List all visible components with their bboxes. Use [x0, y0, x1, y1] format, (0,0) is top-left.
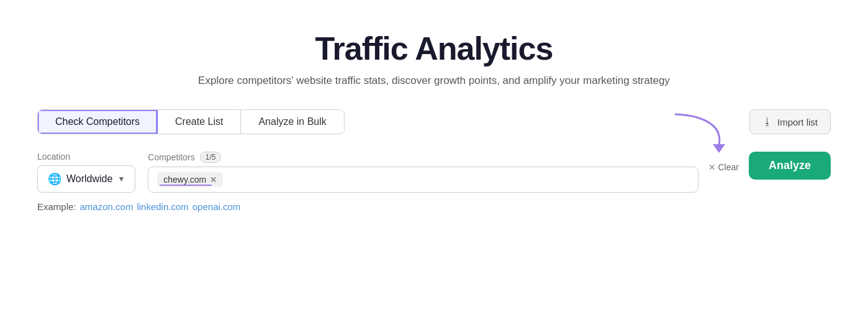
location-dropdown[interactable]: 🌐 Worldwide ▼ [37, 165, 135, 193]
location-label: Location [37, 152, 148, 162]
main-content: Check Competitors Create List Analyze in… [37, 109, 831, 212]
curved-arrow-decoration [669, 108, 731, 164]
svg-marker-0 [713, 144, 725, 153]
examples-row: Example: amazon.com linkedin.com openai.… [37, 201, 831, 212]
import-list-label: Import list [777, 117, 818, 127]
location-value: Worldwide [66, 173, 112, 185]
competitor-tag-value: chewy.com [163, 175, 206, 185]
competitors-field-group: Competitors 1/5 chewy.com ✕ [148, 152, 698, 193]
import-icon: ⭳ [762, 116, 772, 127]
competitors-label: Competitors [148, 152, 194, 162]
competitors-input[interactable] [228, 175, 689, 185]
competitors-badge: 1/5 [200, 152, 222, 163]
chevron-down-icon: ▼ [117, 175, 125, 183]
tab-create-list[interactable]: Create List [158, 110, 241, 134]
competitor-tag: chewy.com ✕ [157, 172, 223, 187]
example-link-openai[interactable]: openai.com [192, 201, 241, 212]
examples-prefix: Example: [37, 201, 76, 212]
tabs-group: Check Competitors Create List Analyze in… [37, 109, 345, 134]
fields-section: Location 🌐 Worldwide ▼ Competitors 1/5 c… [37, 152, 831, 212]
competitors-input-wrapper[interactable]: chewy.com ✕ [148, 167, 698, 193]
page-subtitle: Explore competitors' website traffic sta… [37, 75, 831, 87]
tab-check-competitors[interactable]: Check Competitors [38, 110, 158, 134]
location-field-group: Location 🌐 Worldwide ▼ [37, 152, 148, 193]
example-link-linkedin[interactable]: linkedin.com [137, 201, 188, 212]
example-link-amazon[interactable]: amazon.com [80, 201, 133, 212]
fields-row: Location 🌐 Worldwide ▼ Competitors 1/5 c… [37, 152, 831, 193]
page-header: Traffic Analytics Explore competitors' w… [37, 30, 831, 87]
right-section: ✕ Clear Analyze [698, 152, 831, 180]
analyze-button[interactable]: Analyze [749, 152, 831, 180]
tag-close-icon[interactable]: ✕ [210, 176, 217, 184]
clear-button[interactable]: ✕ Clear [708, 162, 739, 180]
import-list-button[interactable]: ⭳ Import list [749, 109, 831, 134]
competitors-label-row: Competitors 1/5 [148, 152, 698, 163]
page-title: Traffic Analytics [37, 30, 831, 67]
tab-analyze-bulk[interactable]: Analyze in Bulk [241, 110, 343, 134]
globe-icon: 🌐 [48, 172, 61, 186]
tag-underline [160, 185, 212, 186]
